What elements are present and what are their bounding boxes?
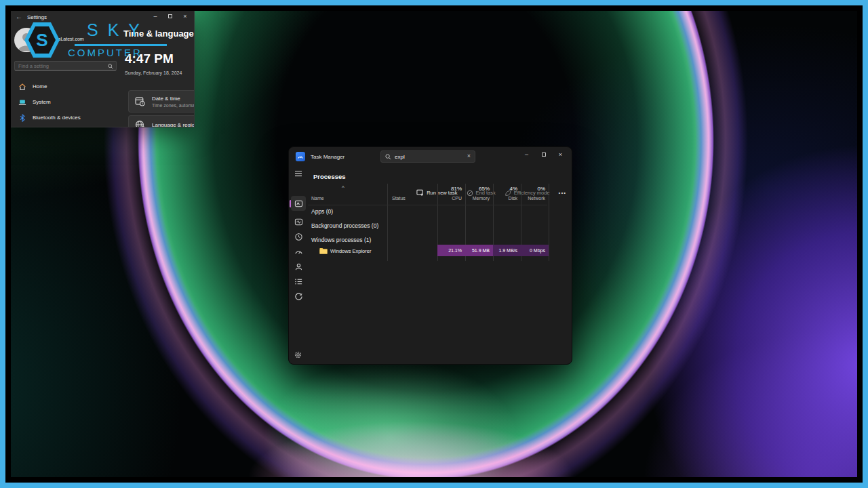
column-header-disk[interactable]: Disk: [493, 196, 517, 201]
settings-page-title: Time & language: [123, 28, 195, 39]
process-memory-cell: 51.9 MB: [465, 245, 493, 256]
sidebar-item-app-history[interactable]: [291, 229, 306, 244]
card-title: Date & time: [152, 96, 180, 102]
header-divider: [308, 205, 547, 205]
gear-icon: [294, 350, 302, 359]
performance-icon: [294, 218, 303, 226]
users-icon: [294, 262, 303, 271]
maximize-icon: [542, 152, 546, 157]
sidebar-item-users[interactable]: [291, 259, 306, 274]
clear-search-icon[interactable]: ×: [467, 152, 471, 159]
sidebar-item-home[interactable]: Home: [14, 80, 119, 93]
sidebar-item-services[interactable]: [291, 289, 306, 304]
laptop-icon: [18, 98, 26, 106]
sidebar-item-details[interactable]: [291, 274, 306, 289]
total-memory-usage: 65%: [465, 186, 490, 192]
calendar-clock-icon: [135, 96, 145, 106]
column-header-cpu[interactable]: CPU: [437, 196, 462, 201]
sort-caret-icon: ^: [342, 184, 344, 190]
new-task-icon: [416, 189, 424, 197]
services-gear-icon: [294, 292, 303, 301]
settings-window-title: Settings: [27, 14, 47, 20]
column-header-network[interactable]: Network: [521, 196, 545, 201]
group-row-windows-processes[interactable]: Windows processes (1): [311, 237, 371, 243]
search-icon: [108, 64, 113, 69]
task-manager-main: Processes Run new task: [308, 166, 572, 364]
details-list-icon: [294, 277, 303, 286]
settings-window: ← Settings – × WindowsLatest.com Time & …: [11, 11, 195, 127]
folder-icon: [319, 247, 328, 254]
maximize-button[interactable]: [535, 148, 552, 161]
sidebar-item-performance[interactable]: [291, 214, 306, 229]
sidebar-item-processes[interactable]: [291, 196, 306, 211]
task-manager-window-controls: – ×: [518, 148, 569, 161]
avatar[interactable]: [14, 28, 39, 52]
total-cpu-usage: 81%: [437, 186, 462, 192]
sidebar-item-label: System: [33, 99, 51, 105]
total-network-usage: 0%: [521, 186, 545, 192]
globe-icon: [135, 120, 145, 127]
sidebar-item-label: Bluetooth & devices: [33, 115, 81, 121]
settings-search-input[interactable]: [18, 62, 105, 70]
sidebar-item-system[interactable]: System: [14, 96, 119, 108]
clock-time: 4:47 PM: [125, 52, 174, 66]
search-icon: [385, 154, 391, 160]
processes-icon: [294, 199, 303, 208]
person-icon: [14, 28, 39, 52]
account-name: WindowsLatest.com: [41, 37, 84, 41]
group-row-apps[interactable]: Apps (0): [311, 208, 333, 215]
task-manager-titlebar: Task Manager × – ×: [289, 147, 572, 166]
back-arrow-icon[interactable]: ←: [16, 13, 22, 20]
card-subtitle: Time zones, automatic: [152, 103, 195, 108]
column-header-memory[interactable]: Memory: [465, 196, 490, 201]
minimize-button[interactable]: –: [148, 11, 163, 21]
process-disk-cell: 1.9 MB/s: [493, 245, 521, 256]
task-manager-search-input[interactable]: [395, 152, 462, 161]
task-manager-search-box[interactable]: ×: [380, 150, 475, 163]
clock-date: Sunday, February 18, 2024: [125, 70, 182, 75]
bluetooth-icon: [18, 114, 26, 122]
card-title: Language & region: [152, 122, 195, 127]
close-button[interactable]: ×: [178, 11, 193, 21]
column-header-status[interactable]: Status: [392, 196, 406, 201]
page-title: Processes: [313, 173, 346, 180]
task-manager-settings-button[interactable]: [294, 350, 302, 359]
sidebar-item-startup-apps[interactable]: [291, 244, 306, 259]
screen-frame: ← Settings – × WindowsLatest.com Time & …: [0, 0, 868, 488]
process-cpu-cell: 21.1%: [437, 245, 465, 256]
desktop-wallpaper: ← Settings – × WindowsLatest.com Time & …: [11, 11, 857, 477]
maximize-button[interactable]: [163, 11, 178, 21]
card-date-time[interactable]: Date & time Time zones, automatic: [128, 90, 195, 113]
card-language-region[interactable]: Language & region: [128, 115, 195, 127]
task-manager-window: Task Manager × – ×: [288, 146, 572, 365]
minimize-button[interactable]: –: [518, 148, 535, 161]
task-manager-sidebar: [289, 166, 308, 364]
history-clock-icon: [294, 232, 303, 241]
startup-gauge-icon: [294, 247, 303, 256]
maximize-icon: [168, 14, 172, 18]
sidebar-item-bluetooth-devices[interactable]: Bluetooth & devices: [14, 111, 119, 124]
navigation-menu-button[interactable]: [291, 166, 306, 181]
settings-window-controls: – ×: [148, 11, 193, 21]
gauge-icon: [297, 153, 304, 160]
table-row-windows-explorer[interactable]: Windows Explorer 21.1% 51.9 MB 1.9 MB/s …: [308, 245, 572, 256]
process-network-cell: 0 Mbps: [521, 245, 549, 256]
task-manager-title: Task Manager: [311, 154, 344, 160]
hamburger-icon: [294, 170, 302, 177]
more-options-button[interactable]: •••: [559, 190, 566, 196]
group-row-background-processes[interactable]: Background processes (0): [311, 222, 378, 229]
column-header-name[interactable]: Name: [311, 196, 324, 201]
home-icon: [18, 83, 26, 91]
close-button[interactable]: ×: [552, 148, 569, 161]
settings-search-box[interactable]: [14, 61, 117, 70]
sidebar-item-label: Home: [33, 83, 47, 89]
process-name: Windows Explorer: [330, 248, 371, 254]
task-manager-app-icon: [296, 152, 305, 161]
total-disk-usage: 4%: [493, 186, 517, 192]
